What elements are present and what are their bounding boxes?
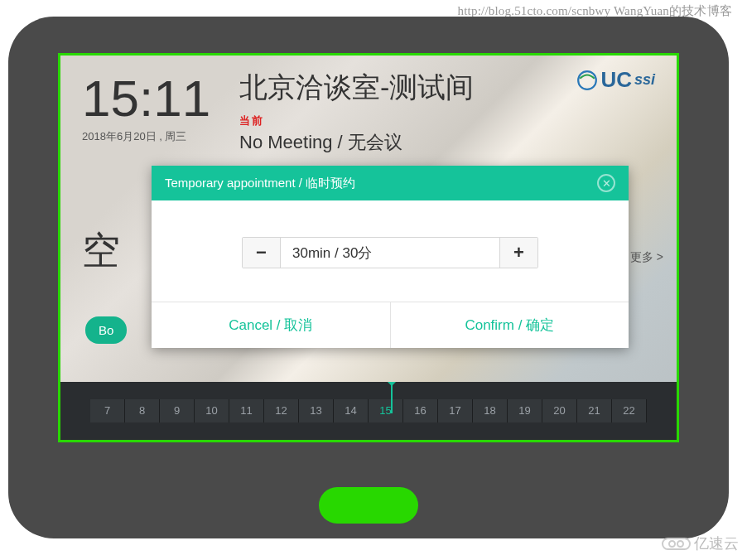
- timeline-hour[interactable]: 7: [90, 399, 125, 422]
- screen: 15:11 2018年6月20日 , 周三 北京洽谈室-测试间 当前 No Me…: [58, 53, 679, 442]
- clock: 15:11 2018年6月20日 , 周三: [82, 69, 231, 163]
- availability-badge: 空: [82, 225, 120, 277]
- brand-suffix: ssi: [634, 71, 655, 89]
- device-frame: 15:11 2018年6月20日 , 周三 北京洽谈室-测试间 当前 No Me…: [8, 17, 729, 538]
- timeline-hour[interactable]: 20: [542, 399, 577, 422]
- timeline-hour[interactable]: 13: [299, 399, 334, 422]
- watermark-text: 亿速云: [694, 533, 739, 553]
- duration-stepper: − 30min / 30分 +: [242, 237, 538, 268]
- timeline-hour[interactable]: 17: [438, 399, 473, 422]
- cancel-button[interactable]: Cancel / 取消: [152, 302, 391, 348]
- timeline-hour[interactable]: 14: [334, 399, 369, 422]
- modal-body: − 30min / 30分 +: [152, 200, 629, 302]
- timeline-hour[interactable]: 10: [195, 399, 229, 422]
- current-label: 当前: [239, 113, 655, 128]
- timeline-hour[interactable]: 11: [229, 399, 264, 422]
- timeline-hour[interactable]: 16: [403, 399, 438, 422]
- confirm-button[interactable]: Confirm / 确定: [391, 302, 629, 348]
- duration-value: 30min / 30分: [281, 238, 499, 268]
- watermark: 亿速云: [662, 533, 739, 553]
- increment-button[interactable]: +: [499, 238, 537, 268]
- brand-logo: UCssi: [576, 67, 655, 93]
- clock-time: 15:11: [82, 69, 231, 128]
- close-icon[interactable]: ✕: [597, 174, 615, 192]
- more-link[interactable]: / 更多 >: [624, 250, 663, 265]
- book-row: Bo: [85, 316, 127, 344]
- timeline[interactable]: 78910111213141516171819202122: [60, 382, 677, 440]
- timeline-hour[interactable]: 19: [508, 399, 542, 422]
- clock-date: 2018年6月20日 , 周三: [82, 129, 231, 144]
- modal-header: Temporary appointment / 临时预约 ✕: [152, 166, 629, 200]
- timeline-hour[interactable]: 12: [264, 399, 299, 422]
- timeline-hour[interactable]: 18: [473, 399, 508, 422]
- svg-point-0: [579, 71, 597, 89]
- timeline-hour[interactable]: 8: [125, 399, 160, 422]
- brand-text: UC: [600, 67, 632, 93]
- modal-title: Temporary appointment / 临时预约: [165, 176, 355, 191]
- home-button[interactable]: [319, 487, 418, 524]
- watermark-icon: [662, 538, 691, 550]
- timeline-hour[interactable]: 9: [160, 399, 195, 422]
- appointment-modal: Temporary appointment / 临时预约 ✕ − 30min /…: [152, 166, 629, 348]
- timeline-hour[interactable]: 21: [577, 399, 612, 422]
- globe-icon: [576, 70, 598, 91]
- modal-footer: Cancel / 取消 Confirm / 确定: [152, 302, 629, 348]
- decrement-button[interactable]: −: [243, 238, 281, 268]
- meeting-status: No Meeting / 无会议: [239, 130, 655, 155]
- current-time-marker: [391, 385, 393, 413]
- book-button[interactable]: Bo: [85, 316, 127, 344]
- timeline-hour[interactable]: 15: [369, 399, 403, 422]
- timeline-hour[interactable]: 22: [612, 399, 647, 422]
